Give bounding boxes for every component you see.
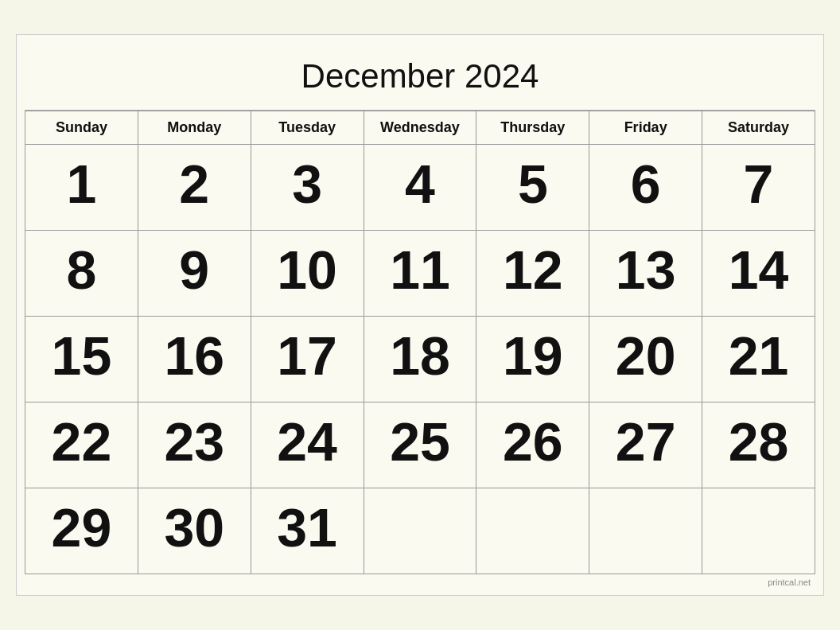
day-10: 10 (251, 231, 364, 317)
day-22: 22 (25, 402, 138, 488)
days-header-row: SundayMondayTuesdayWednesdayThursdayFrid… (25, 111, 815, 145)
day-7: 7 (702, 145, 815, 231)
day-27: 27 (589, 402, 702, 488)
day-25: 25 (364, 402, 476, 488)
day-4: 4 (364, 145, 476, 231)
week-row-3: 15161718192021 (25, 317, 815, 402)
day-12: 12 (476, 231, 589, 317)
week-row-2: 891011121314 (25, 231, 815, 317)
day-30: 30 (138, 488, 251, 574)
day-31: 31 (251, 488, 364, 574)
day-19: 19 (476, 317, 589, 402)
calendar-table: SundayMondayTuesdayWednesdayThursdayFrid… (25, 111, 815, 574)
day-3: 3 (251, 145, 364, 231)
header-thursday: Thursday (476, 111, 589, 145)
week-row-4: 22232425262728 (25, 402, 815, 488)
day-1: 1 (25, 145, 138, 231)
week-row-1: 1234567 (25, 145, 815, 231)
day-16: 16 (138, 317, 251, 402)
day-26: 26 (476, 402, 589, 488)
week-row-5: 293031 (25, 488, 815, 574)
day-24: 24 (251, 402, 364, 488)
day-14: 14 (702, 231, 815, 317)
day-18: 18 (364, 317, 476, 402)
day-6: 6 (589, 145, 702, 231)
calendar-title: December 2024 (25, 43, 815, 111)
day-17: 17 (251, 317, 364, 402)
day-11: 11 (364, 231, 476, 317)
empty-cell-4-4 (476, 488, 589, 574)
header-wednesday: Wednesday (364, 111, 476, 145)
header-friday: Friday (589, 111, 702, 145)
header-saturday: Saturday (702, 111, 815, 145)
day-13: 13 (589, 231, 702, 317)
empty-cell-4-5 (589, 488, 702, 574)
header-monday: Monday (138, 111, 251, 145)
empty-cell-4-6 (702, 488, 815, 574)
header-tuesday: Tuesday (251, 111, 364, 145)
day-15: 15 (25, 317, 138, 402)
day-9: 9 (138, 231, 251, 317)
calendar-container: December 2024 SundayMondayTuesdayWednesd… (16, 34, 824, 596)
day-21: 21 (702, 317, 815, 402)
header-sunday: Sunday (25, 111, 138, 145)
day-20: 20 (589, 317, 702, 402)
day-23: 23 (138, 402, 251, 488)
day-28: 28 (702, 402, 815, 488)
day-2: 2 (138, 145, 251, 231)
day-8: 8 (25, 231, 138, 317)
day-29: 29 (25, 488, 138, 574)
empty-cell-4-3 (364, 488, 476, 574)
watermark: printcal.net (25, 574, 815, 587)
day-5: 5 (476, 145, 589, 231)
